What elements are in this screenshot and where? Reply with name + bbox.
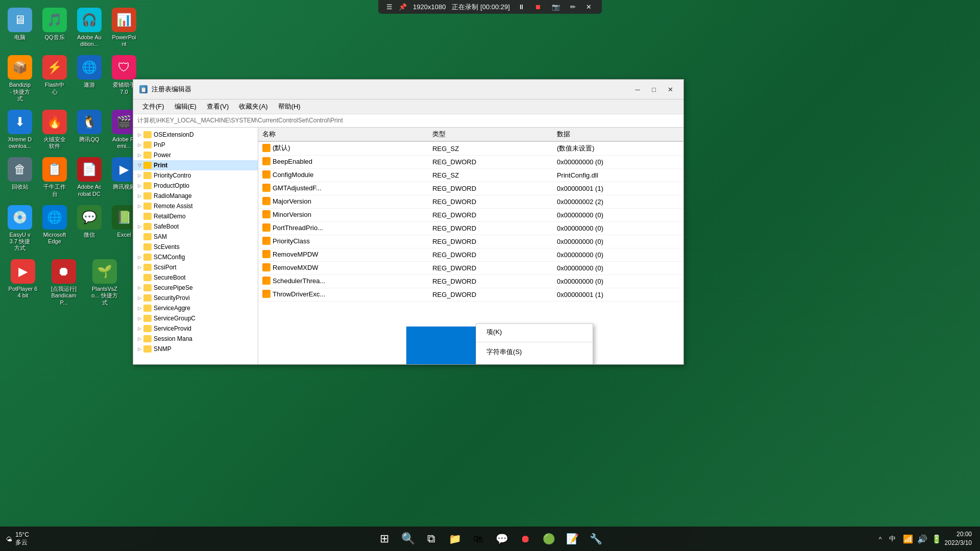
desktop-icon-plants[interactable]: 🌱 PlantsVsZo... 快捷方式	[87, 257, 122, 309]
tree-item-secureboot[interactable]: SecureBoot	[133, 272, 258, 283]
recording-pause-btn[interactable]: ⏸	[516, 2, 527, 12]
submenu-string[interactable]: 字符串值(S)	[476, 344, 593, 360]
desktop-icon-qianniu[interactable]: 📋 千牛工作台	[40, 155, 69, 199]
recording-camera-btn[interactable]: 📷	[550, 2, 562, 12]
tree-item-product[interactable]: ▷ ProductOptio	[133, 181, 258, 191]
taskbar-taskview[interactable]: ⧉	[421, 529, 442, 549]
submenu-key[interactable]: 项(K)	[476, 324, 593, 340]
col-header-name[interactable]: 名称	[258, 128, 428, 141]
taskbar-store[interactable]: 🛍	[468, 529, 488, 549]
tree-item-remote[interactable]: ▷ Remote Assist	[133, 201, 258, 211]
taskbar-notes[interactable]: 📝	[562, 529, 582, 549]
menu-help[interactable]: 帮助(H)	[273, 101, 306, 113]
tree-item-sam[interactable]: SAM	[133, 232, 258, 242]
submenu-binary[interactable]: 二进制值(B)	[476, 360, 593, 364]
tree-item-priority[interactable]: ▷ PriorityContro	[133, 170, 258, 181]
desktop-icon-huorong[interactable]: 🔥 火绒安全软件	[40, 107, 69, 152]
tree-item-osext[interactable]: ▷ OSExtensionD	[133, 130, 258, 140]
table-row[interactable]: PortThreadPrio... REG_DWORD 0x00000000 (…	[258, 222, 683, 235]
taskbar-explorer[interactable]: 📁	[445, 529, 465, 549]
desktop-icon-powerpoint[interactable]: 📊 PowerPoint	[109, 5, 139, 50]
icon-row-1: 🖥 电脑 🎵 QQ音乐 🎧 Adobe Audition... 📊 PowerP…	[5, 5, 128, 50]
weather-info: 15°C 多云	[15, 531, 29, 547]
clock-date: 2022/3/10	[945, 539, 972, 547]
desktop-icon-flash[interactable]: ⚡ Flash中心	[40, 53, 69, 105]
desktop-icon-computer[interactable]: 🖥 电脑	[5, 5, 35, 50]
weather-temp: 15°C	[15, 531, 29, 538]
tree-item-pnp[interactable]: ▷ PnP	[133, 140, 258, 150]
menu-view[interactable]: 查看(V)	[202, 101, 234, 113]
table-row[interactable]: SchedulerThrea... REG_DWORD 0x00000000 (…	[258, 275, 683, 288]
table-row[interactable]: GMTAdjustedF... REG_DWORD 0x00000001 (1)	[258, 182, 683, 195]
tree-item-power[interactable]: ▷ Power	[133, 150, 258, 160]
tree-item-scmconfig[interactable]: ▷ SCMConfig	[133, 252, 258, 262]
desktop-icon-recycle[interactable]: 🗑 回收站	[5, 155, 35, 199]
tree-item-snmp[interactable]: ▷ SNMP	[133, 344, 258, 354]
menu-edit[interactable]: 编辑(E)	[169, 101, 202, 113]
desktop-icon-bandizip[interactable]: 📦 Bandizip - 快捷方式	[5, 53, 35, 105]
taskbar-start[interactable]: ⊞	[374, 529, 395, 549]
bandicam-label: [点我运行] BandicamP...	[48, 286, 79, 306]
tree-item-retail[interactable]: RetailDemo	[133, 211, 258, 221]
col-header-type[interactable]: 类型	[428, 128, 553, 141]
desktop-icon-acrobat[interactable]: 📄 Adobe Acrobat DC	[75, 155, 104, 199]
taskbar-tools[interactable]: 🔧	[585, 529, 606, 549]
weather-condition: 多云	[15, 538, 29, 547]
tree-item-radio[interactable]: ▷ RadioManage	[133, 191, 258, 201]
tree-item-servicegrp[interactable]: ▷ ServiceGroupC	[133, 313, 258, 323]
reg-type: REG_DWORD	[428, 262, 553, 275]
folder-icon-scmconfig	[143, 254, 152, 261]
desktop-icon-qq[interactable]: 🐧 腾讯QQ	[75, 107, 104, 152]
table-row[interactable]: RemoveMXDW REG_DWORD 0x00000000 (0)	[258, 262, 683, 275]
menu-favorites[interactable]: 收藏夹(A)	[234, 101, 273, 113]
desktop-icon-easyu[interactable]: 💿 EasyU v3.7 快捷方式	[5, 203, 35, 255]
recording-edit-btn[interactable]: ✏	[568, 2, 578, 12]
desktop-icon-xtreme[interactable]: ⬇ Xtreme Downloa...	[5, 107, 35, 152]
taskbar-clock[interactable]: 20:00 2022/3/10	[945, 530, 972, 547]
tree-item-print[interactable]: ▽ Print	[133, 160, 258, 170]
table-row[interactable]: MajorVersion REG_DWORD 0x00000002 (2)	[258, 195, 683, 209]
taskbar-search[interactable]: 🔍	[398, 529, 418, 549]
table-row[interactable]: MinorVersion REG_DWORD 0x00000000 (0)	[258, 209, 683, 222]
desktop-icon-maxthon[interactable]: 🌐 遨游	[75, 53, 104, 105]
tree-item-serviceagg[interactable]: ▷ ServiceAggre	[133, 303, 258, 313]
reg-name: ThrowDriverExc...	[258, 288, 428, 302]
table-row[interactable]: (默认) REG_SZ (数值未设置)	[258, 141, 683, 156]
ime-indicator[interactable]: 中	[886, 533, 899, 544]
menu-file[interactable]: 文件(F)	[137, 101, 169, 113]
taskbar-record[interactable]: ⏺	[515, 529, 535, 549]
tree-item-securityprov[interactable]: ▷ SecurityProvi	[133, 293, 258, 303]
desktop-icon-potplayer[interactable]: ▶ PotPlayer 64 bit	[5, 257, 41, 309]
reg-name: (默认)	[258, 141, 428, 156]
col-header-data[interactable]: 数据	[553, 128, 683, 141]
new-menu-item-highlighted[interactable]: 新建(N) ▶	[406, 327, 476, 364]
systray-chevron[interactable]: ^	[879, 535, 882, 543]
minimize-button[interactable]: ─	[630, 84, 645, 95]
desktop-icon-qqmusic[interactable]: 🎵 QQ音乐	[40, 5, 69, 50]
desktop-icon-wechat[interactable]: 💬 微信	[75, 203, 104, 255]
desktop-icon-audition[interactable]: 🎧 Adobe Audition...	[75, 5, 104, 50]
tree-item-scsiport[interactable]: ▷ ScsiPort	[133, 262, 258, 272]
table-row[interactable]: BeepEnabled REG_DWORD 0x00000000 (0)	[258, 156, 683, 169]
acrobat-icon: 📄	[77, 157, 102, 182]
recording-close-btn[interactable]: ✕	[584, 2, 594, 12]
table-row[interactable]: RemoveMPDW REG_DWORD 0x00000000 (0)	[258, 248, 683, 262]
tree-item-session[interactable]: ▷ Session Mana	[133, 334, 258, 344]
tree-item-safeboot[interactable]: ▷ SafeBoot	[133, 221, 258, 232]
desktop-icon-bandicam[interactable]: ⏺ [点我运行] BandicamP...	[46, 257, 82, 309]
table-row[interactable]: ConfigModule REG_SZ PrintConfig.dll	[258, 169, 683, 182]
volume-icon[interactable]: 🔊	[917, 534, 927, 544]
taskbar-wechat[interactable]: 💬	[492, 529, 512, 549]
tree-item-securepipe[interactable]: ▷ SecurePipeSe	[133, 283, 258, 293]
taskbar-green[interactable]: 🟢	[538, 529, 559, 549]
tree-item-scevents[interactable]: ScEvents	[133, 242, 258, 252]
table-row[interactable]: PriorityClass REG_DWORD 0x00000000 (0)	[258, 235, 683, 248]
tree-item-serviceprov[interactable]: ▷ ServiceProvid	[133, 323, 258, 334]
recording-stop-btn[interactable]: ⏹	[533, 2, 544, 12]
desktop-icon-edge[interactable]: 🌐 Microsoft Edge	[40, 203, 69, 255]
reg-data: 0x00000000 (0)	[553, 156, 683, 169]
close-button[interactable]: ✕	[663, 84, 677, 95]
table-row[interactable]: ThrowDriverExc... REG_DWORD 0x00000001 (…	[258, 288, 683, 302]
maximize-button[interactable]: □	[647, 84, 661, 95]
folder-icon-securityprov	[143, 294, 152, 302]
